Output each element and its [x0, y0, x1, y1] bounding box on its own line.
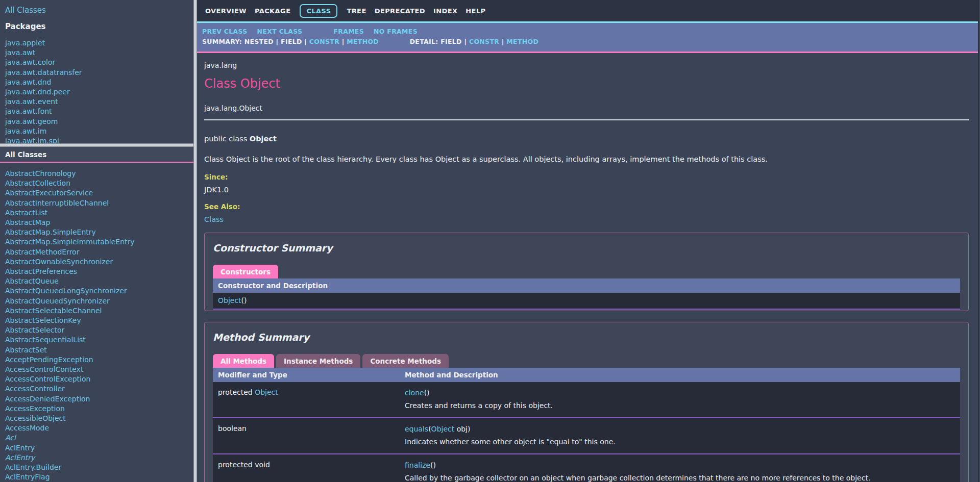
- package-link-java.awt[interactable]: java.awt: [5, 48, 193, 58]
- class-link-abstractselectionkey[interactable]: AbstractSelectionKey: [5, 316, 193, 325]
- link-equals[interactable]: equals: [405, 425, 428, 433]
- class-link-accessdeniedexception[interactable]: AccessDeniedException: [5, 394, 193, 404]
- class-link-abstractexecutorservice[interactable]: AbstractExecutorService: [5, 188, 193, 198]
- method-modifier-type: boolean: [213, 423, 400, 448]
- nav-overview[interactable]: OVERVIEW: [205, 7, 247, 15]
- class-link-abstractqueuedsynchronizer[interactable]: AbstractQueuedSynchronizer: [5, 296, 193, 306]
- link-constr[interactable]: CONSTR: [469, 38, 499, 45]
- all-classes-frame: All Classes AbstractChronologyAbstractCo…: [0, 147, 193, 482]
- tab-concrete-methods[interactable]: Concrete Methods: [362, 354, 449, 368]
- text-segment: |: [499, 38, 506, 45]
- constructor-summary-title: Constructor Summary: [213, 242, 960, 253]
- text-segment: SUMMARY:: [202, 38, 244, 45]
- package-link-java.applet[interactable]: java.applet: [5, 38, 193, 48]
- class-doc-frame: OVERVIEWPACKAGECLASSTREEDEPRECATEDINDEXH…: [197, 0, 979, 482]
- class-link-accessexception[interactable]: AccessException: [5, 404, 193, 414]
- tab-constructors: Constructors: [213, 265, 278, 278]
- class-link-abstractqueuedlongsynchronizer[interactable]: AbstractQueuedLongSynchronizer: [5, 286, 193, 296]
- class-link-accesscontroller[interactable]: AccessController: [5, 384, 193, 394]
- class-link-aclentry[interactable]: AclEntry: [5, 443, 193, 453]
- package-link-java.awt.color[interactable]: java.awt.color: [5, 58, 193, 67]
- class-link-abstractset[interactable]: AbstractSet: [5, 345, 193, 355]
- class-link-abstractselector[interactable]: AbstractSelector: [5, 325, 193, 335]
- declaration-modifiers: public class: [204, 135, 250, 143]
- class-link-aclentry[interactable]: AclEntry: [5, 453, 193, 463]
- sub-navigation-bar: PREV CLASSNEXT CLASSFRAMESNO FRAMES SUMM…: [197, 23, 979, 53]
- nav-help[interactable]: HELP: [465, 7, 485, 15]
- package-link-java.awt.datatransfer[interactable]: java.awt.datatransfer: [5, 68, 193, 78]
- class-link-abstractqueue[interactable]: AbstractQueue: [5, 276, 193, 286]
- class-link-acl[interactable]: Acl: [5, 433, 193, 443]
- class-link-abstractinterruptiblechannel[interactable]: AbstractInterruptibleChannel: [5, 198, 193, 208]
- class-link-accesscontrolcontext[interactable]: AccessControlContext: [5, 365, 193, 374]
- nav-index[interactable]: INDEX: [433, 7, 457, 15]
- method-description-column-header: Method and Description: [400, 371, 960, 379]
- subnav-next-class[interactable]: NEXT CLASS: [257, 28, 303, 35]
- package-link-java.awt.event[interactable]: java.awt.event: [5, 97, 193, 107]
- constructor-row: Object(): [213, 293, 960, 310]
- text-segment: |: [274, 38, 281, 45]
- constructor-column-header: Constructor and Description: [213, 282, 333, 290]
- package-link-java.awt.im[interactable]: java.awt.im: [5, 126, 193, 136]
- class-link-abstractpreferences[interactable]: AbstractPreferences: [5, 267, 193, 276]
- inheritance-root: java.lang.Object: [204, 104, 969, 112]
- class-link-accessibleobject[interactable]: AccessibleObject: [5, 414, 193, 423]
- class-link-abstractmethoderror[interactable]: AbstractMethodError: [5, 247, 193, 257]
- method-signature: clone(): [405, 388, 955, 398]
- top-navigation-bar: OVERVIEWPACKAGECLASSTREEDEPRECATEDINDEXH…: [197, 0, 979, 23]
- class-link-abstractownablesynchronizer[interactable]: AbstractOwnableSynchronizer: [5, 257, 193, 267]
- class-link-abstractmap[interactable]: AbstractMap: [5, 218, 193, 227]
- nav-deprecated[interactable]: DEPRECATED: [375, 7, 425, 15]
- link-object[interactable]: Object: [431, 425, 455, 433]
- link-method[interactable]: METHOD: [506, 38, 538, 45]
- text-segment: boolean: [218, 424, 247, 433]
- package-link-java.awt.dnd.peer[interactable]: java.awt.dnd.peer: [5, 87, 193, 97]
- package-list: java.appletjava.awtjava.awt.colorjava.aw…: [5, 38, 193, 143]
- tab-instance-methods[interactable]: Instance Methods: [276, 354, 360, 368]
- method-summary-title: Method Summary: [213, 332, 960, 343]
- class-documentation: java.lang Class Object java.lang.Object …: [197, 53, 979, 482]
- class-link-abstractcollection[interactable]: AbstractCollection: [5, 179, 193, 188]
- class-link-abstractmap.simpleentry[interactable]: AbstractMap.SimpleEntry: [5, 227, 193, 237]
- package-link-java.awt.dnd[interactable]: java.awt.dnd: [5, 78, 193, 87]
- page-title: Class Object: [204, 77, 969, 91]
- class-link-abstractmap.simpleimmutableentry[interactable]: AbstractMap.SimpleImmutableEntry: [5, 237, 193, 247]
- see-also-class-link[interactable]: Class: [204, 215, 224, 223]
- package-link-java.awt.font[interactable]: java.awt.font: [5, 107, 193, 116]
- class-link-accessmode[interactable]: AccessMode: [5, 423, 193, 433]
- package-link-java.awt.geom[interactable]: java.awt.geom: [5, 117, 193, 126]
- class-link-accesscontrolexception[interactable]: AccessControlException: [5, 374, 193, 384]
- nav-package[interactable]: PACKAGE: [255, 7, 290, 15]
- subnav-prev-class[interactable]: PREV CLASS: [202, 28, 248, 35]
- class-link-aclentry.builder[interactable]: AclEntry.Builder: [5, 463, 193, 472]
- nav-tree[interactable]: TREE: [347, 7, 366, 15]
- class-link-acceptpendingexception[interactable]: AcceptPendingException: [5, 355, 193, 365]
- link-method[interactable]: METHOD: [347, 38, 379, 45]
- link-object[interactable]: Object: [255, 388, 278, 396]
- text-segment: |: [462, 38, 469, 45]
- package-link-java.awt.im.spi[interactable]: java.awt.im.spi: [5, 136, 193, 143]
- class-link-abstractsequentiallist[interactable]: AbstractSequentialList: [5, 335, 193, 345]
- class-link-abstractchronology[interactable]: AbstractChronology: [5, 169, 193, 179]
- package-name: java.lang: [204, 61, 969, 69]
- link-object[interactable]: Object: [218, 296, 241, 305]
- nav-class: CLASS: [300, 4, 337, 18]
- text-segment: protected: [218, 388, 255, 396]
- class-link-abstractlist[interactable]: AbstractList: [5, 208, 193, 218]
- method-cell: equals(Object obj) Indicates whether som…: [400, 423, 960, 448]
- link-finalize[interactable]: finalize: [405, 461, 430, 469]
- link-clone[interactable]: clone: [405, 389, 424, 397]
- frame-divider-vertical[interactable]: [193, 0, 197, 482]
- packages-heading: Packages: [5, 22, 193, 31]
- method-row: boolean equals(Object obj) Indicates whe…: [213, 418, 960, 454]
- class-link-aclentryflag[interactable]: AclEntryFlag: [5, 472, 193, 482]
- method-row: protected void finalize() Called by the …: [213, 454, 960, 482]
- subnav-frames[interactable]: FRAMES: [333, 28, 364, 35]
- subnav-no-frames[interactable]: NO FRAMES: [374, 28, 418, 35]
- window-edge: [978, 0, 979, 482]
- all-classes-link[interactable]: All Classes: [5, 6, 46, 15]
- link-constr[interactable]: CONSTR: [309, 38, 339, 45]
- text-segment: |: [302, 38, 309, 45]
- frame-divider-horizontal[interactable]: [0, 143, 193, 147]
- class-link-abstractselectablechannel[interactable]: AbstractSelectableChannel: [5, 306, 193, 316]
